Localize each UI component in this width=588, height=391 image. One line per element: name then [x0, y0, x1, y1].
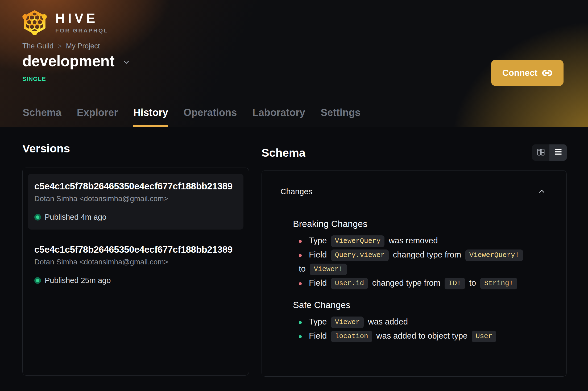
change-item: Type Viewer was added	[299, 315, 529, 329]
chevron-up-icon	[537, 187, 546, 196]
list-icon	[554, 148, 563, 157]
schema-panel-header: Schema	[262, 144, 567, 161]
versions-list: c5e4c1c5f78b26465350e4ecf677cf188bb21389…	[22, 168, 249, 376]
tab-explorer[interactable]: Explorer	[77, 107, 118, 127]
version-status-text: Published 4m ago	[45, 213, 106, 222]
page: HIVE FOR GRAPHQL The Guild > My Project …	[0, 0, 588, 391]
change-item: Field Query.viewer changed type from Vie…	[299, 248, 529, 276]
changes-body: Breaking ChangesType ViewerQuery was rem…	[262, 218, 566, 343]
version-card[interactable]: c5e4c1c5f78b26465350e4ecf677cf188bb21389…	[28, 174, 243, 230]
code-chip: String!	[480, 278, 517, 289]
tab-laboratory[interactable]: Laboratory	[252, 107, 305, 127]
target-selector[interactable]: development	[22, 52, 131, 70]
change-list-breaking: Type ViewerQuery was removedField Query.…	[293, 234, 548, 290]
version-author: Dotan Simha <dotansimha@gmail.com>	[34, 194, 237, 203]
version-status: Published 25m ago	[34, 276, 237, 285]
hive-logo-icon	[21, 10, 48, 35]
version-hash: c5e4c1c5f78b26465350e4ecf677cf188bb21389	[34, 244, 237, 255]
code-chip: User.id	[331, 278, 368, 289]
change-list-safe: Type Viewer was addedField location was …	[293, 315, 548, 343]
connect-button-label: Connect	[502, 68, 537, 78]
versions-heading: Versions	[22, 142, 249, 155]
version-author: Dotan Simha <dotansimha@gmail.com>	[34, 258, 237, 266]
breaking-bullet-icon	[299, 282, 302, 285]
schema-changes-box: Changes Breaking ChangesType ViewerQuery…	[262, 170, 567, 377]
breaking-bullet-icon	[299, 254, 302, 257]
tab-settings[interactable]: Settings	[321, 107, 361, 127]
section-title-safe: Safe Changes	[293, 300, 548, 310]
version-card[interactable]: c5e4c1c5f78b26465350e4ecf677cf188bb21389…	[28, 237, 243, 293]
tab-schema[interactable]: Schema	[23, 107, 61, 127]
breadcrumb-separator-icon: >	[58, 42, 62, 50]
breadcrumb-org[interactable]: The Guild	[22, 42, 53, 50]
change-item: Field User.id changed type from ID! to S…	[299, 276, 529, 290]
code-chip: Viewer!	[310, 264, 347, 275]
main-content: Versions c5e4c1c5f78b26465350e4ecf677cf1…	[0, 127, 588, 377]
chevron-down-icon	[122, 57, 131, 67]
header: HIVE FOR GRAPHQL The Guild > My Project …	[0, 0, 588, 127]
version-hash: c5e4c1c5f78b26465350e4ecf677cf188bb21389	[34, 181, 237, 192]
view-toggle	[532, 144, 567, 161]
safe-bullet-icon	[299, 335, 302, 338]
schema-panel: Schema Changes Breaking ChangesType View…	[262, 127, 567, 377]
link-icon	[541, 67, 553, 79]
diff-view-button[interactable]	[532, 144, 549, 161]
changes-label: Changes	[280, 187, 312, 196]
list-view-button[interactable]	[549, 144, 567, 161]
tab-history[interactable]: History	[133, 107, 168, 127]
tab-operations[interactable]: Operations	[184, 107, 237, 127]
breadcrumb-project[interactable]: My Project	[66, 42, 100, 50]
change-item: Type ViewerQuery was removed	[299, 234, 529, 248]
versions-panel: Versions c5e4c1c5f78b26465350e4ecf677cf1…	[22, 127, 249, 377]
brand-tagline: FOR GRAPHQL	[55, 27, 108, 34]
safe-bullet-icon	[299, 321, 302, 324]
code-chip: ViewerQuery!	[465, 249, 523, 261]
code-chip: location	[331, 331, 372, 342]
breaking-bullet-icon	[299, 240, 302, 243]
page-title: development	[22, 52, 114, 70]
code-chip: Viewer	[331, 317, 364, 328]
connect-button[interactable]: Connect	[491, 60, 564, 86]
published-dot-icon	[34, 277, 41, 284]
hive-logo[interactable]: HIVE FOR GRAPHQL	[21, 10, 108, 35]
code-chip: Query.viewer	[331, 249, 389, 261]
brand-text: HIVE FOR GRAPHQL	[55, 10, 108, 34]
target-type-badge: SINGLE	[22, 76, 46, 82]
version-status-text: Published 25m ago	[45, 276, 111, 285]
version-status: Published 4m ago	[34, 213, 237, 222]
section-title-breaking: Breaking Changes	[293, 218, 548, 229]
breadcrumb: The Guild > My Project	[22, 42, 100, 50]
code-chip: ViewerQuery	[331, 235, 385, 247]
published-dot-icon	[34, 214, 41, 221]
columns-icon	[536, 148, 545, 157]
code-chip: User	[472, 331, 496, 342]
change-item: Field location was added to object type …	[299, 329, 529, 343]
changes-collapse-header[interactable]: Changes	[280, 187, 546, 196]
code-chip: ID!	[445, 278, 465, 289]
tabs: SchemaExplorerHistoryOperationsLaborator…	[23, 107, 361, 127]
brand-name: HIVE	[55, 12, 108, 25]
schema-heading: Schema	[262, 147, 305, 159]
